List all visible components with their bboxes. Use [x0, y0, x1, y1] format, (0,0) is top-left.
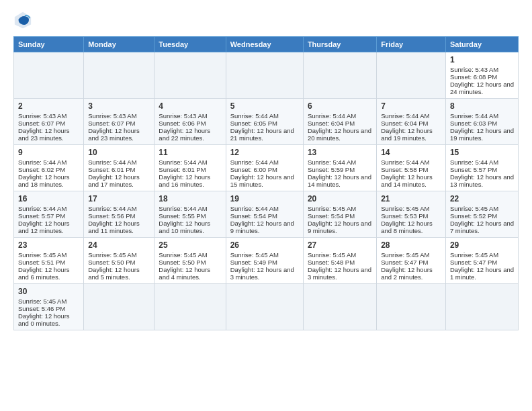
sunrise: Sunrise: 5:45 AM — [88, 251, 136, 259]
calendar-cell: 23 Sunrise: 5:45 AM Sunset: 5:51 PM Dayl… — [14, 238, 84, 284]
daylight: Daylight: 12 hours and 6 minutes. — [18, 266, 70, 281]
sunrise: Sunrise: 5:44 AM — [308, 112, 356, 120]
sunrise: Sunrise: 5:44 AM — [159, 158, 207, 166]
calendar-cell: 17 Sunrise: 5:44 AM Sunset: 5:56 PM Dayl… — [84, 191, 154, 238]
day-number: 27 — [308, 240, 372, 250]
calendar-cell: 8 Sunrise: 5:44 AM Sunset: 6:03 PM Dayli… — [445, 99, 518, 145]
sunrise: Sunrise: 5:44 AM — [18, 158, 66, 166]
sunrise: Sunrise: 5:44 AM — [381, 112, 429, 120]
calendar-cell: 18 Sunrise: 5:44 AM Sunset: 5:55 PM Dayl… — [154, 191, 226, 238]
sunset: Sunset: 5:56 PM — [88, 212, 135, 220]
sunrise: Sunrise: 5:44 AM — [159, 205, 207, 212]
sunrise: Sunrise: 5:43 AM — [18, 112, 66, 120]
calendar-cell: 24 Sunrise: 5:45 AM Sunset: 5:50 PM Dayl… — [84, 238, 154, 284]
day-number: 5 — [230, 101, 299, 111]
daylight: Daylight: 12 hours and 9 minutes. — [308, 220, 371, 234]
day-number: 12 — [230, 148, 299, 157]
daylight: Daylight: 12 hours and 18 minutes. — [18, 173, 70, 188]
sunset: Sunset: 5:47 PM — [450, 259, 497, 266]
calendar-cell: 22 Sunrise: 5:45 AM Sunset: 5:52 PM Dayl… — [445, 191, 518, 238]
day-number: 26 — [230, 240, 299, 250]
calendar-cell: 21 Sunrise: 5:45 AM Sunset: 5:53 PM Dayl… — [377, 191, 446, 238]
sunset: Sunset: 5:50 PM — [159, 259, 206, 266]
calendar-cell: 16 Sunrise: 5:44 AM Sunset: 5:57 PM Dayl… — [14, 191, 84, 238]
daylight: Daylight: 12 hours and 7 minutes. — [450, 220, 514, 234]
calendar-cell: 6 Sunrise: 5:44 AM Sunset: 6:04 PM Dayli… — [303, 99, 376, 145]
sunset: Sunset: 5:52 PM — [450, 212, 497, 220]
daylight: Daylight: 12 hours and 23 minutes. — [18, 127, 70, 142]
daylight: Daylight: 12 hours and 11 minutes. — [88, 220, 140, 234]
sunset: Sunset: 5:57 PM — [450, 166, 497, 173]
day-number: 15 — [450, 148, 514, 157]
sunset: Sunset: 6:01 PM — [88, 166, 135, 173]
calendar-page: SundayMondayTuesdayWednesdayThursdayFrid… — [0, 0, 532, 411]
day-number: 25 — [159, 240, 221, 250]
calendar-cell: 11 Sunrise: 5:44 AM Sunset: 6:01 PM Dayl… — [154, 145, 226, 191]
sunset: Sunset: 5:48 PM — [308, 259, 355, 266]
calendar-cell — [84, 52, 154, 99]
day-number: 18 — [159, 194, 221, 203]
calendar-cell: 5 Sunrise: 5:44 AM Sunset: 6:05 PM Dayli… — [226, 99, 303, 145]
sunrise: Sunrise: 5:43 AM — [159, 112, 207, 120]
sunset: Sunset: 5:54 PM — [308, 212, 355, 220]
sunset: Sunset: 5:47 PM — [381, 259, 428, 266]
week-row-3: 16 Sunrise: 5:44 AM Sunset: 5:57 PM Dayl… — [14, 191, 519, 238]
calendar-cell: 30 Sunrise: 5:45 AM Sunset: 5:46 PM Dayl… — [14, 284, 84, 330]
calendar-cell: 27 Sunrise: 5:45 AM Sunset: 5:48 PM Dayl… — [303, 238, 376, 284]
col-header-thursday: Thursday — [303, 37, 376, 52]
sunset: Sunset: 5:54 PM — [230, 212, 277, 220]
sunset: Sunset: 6:04 PM — [308, 120, 355, 127]
day-number: 9 — [18, 148, 79, 157]
col-header-wednesday: Wednesday — [226, 37, 303, 52]
calendar-cell: 2 Sunrise: 5:43 AM Sunset: 6:07 PM Dayli… — [14, 99, 84, 145]
day-number: 29 — [450, 240, 514, 250]
daylight: Daylight: 12 hours and 9 minutes. — [230, 220, 294, 234]
daylight: Daylight: 12 hours and 14 minutes. — [381, 173, 433, 188]
sunset: Sunset: 6:06 PM — [159, 120, 206, 127]
day-number: 23 — [18, 240, 79, 250]
week-row-4: 23 Sunrise: 5:45 AM Sunset: 5:51 PM Dayl… — [14, 238, 519, 284]
calendar-cell: 1 Sunrise: 5:43 AM Sunset: 6:08 PM Dayli… — [445, 52, 518, 99]
page-header — [13, 11, 519, 30]
calendar-cell — [226, 284, 303, 330]
daylight: Daylight: 12 hours and 13 minutes. — [450, 173, 514, 188]
sunset: Sunset: 5:46 PM — [18, 305, 65, 312]
day-number: 21 — [381, 194, 441, 203]
week-row-1: 2 Sunrise: 5:43 AM Sunset: 6:07 PM Dayli… — [14, 99, 519, 145]
daylight: Daylight: 12 hours and 3 minutes. — [230, 266, 294, 281]
calendar-cell: 14 Sunrise: 5:44 AM Sunset: 5:58 PM Dayl… — [377, 145, 446, 191]
day-number: 24 — [88, 240, 150, 250]
sunset: Sunset: 5:58 PM — [381, 166, 428, 173]
sunset: Sunset: 6:00 PM — [230, 166, 277, 173]
day-number: 20 — [308, 194, 372, 203]
daylight: Daylight: 12 hours and 24 minutes. — [450, 81, 514, 95]
calendar-cell — [445, 284, 518, 330]
daylight: Daylight: 12 hours and 3 minutes. — [308, 266, 371, 281]
calendar-cell: 15 Sunrise: 5:44 AM Sunset: 5:57 PM Dayl… — [445, 145, 518, 191]
sunrise: Sunrise: 5:44 AM — [18, 205, 66, 212]
sunrise: Sunrise: 5:44 AM — [230, 112, 279, 120]
logo-icon — [13, 11, 32, 30]
col-header-monday: Monday — [84, 37, 154, 52]
sunrise: Sunrise: 5:44 AM — [450, 112, 498, 120]
sunrise: Sunrise: 5:45 AM — [308, 205, 356, 212]
sunset: Sunset: 6:08 PM — [450, 73, 497, 81]
sunset: Sunset: 6:04 PM — [381, 120, 428, 127]
calendar-cell: 26 Sunrise: 5:45 AM Sunset: 5:49 PM Dayl… — [226, 238, 303, 284]
calendar-cell: 4 Sunrise: 5:43 AM Sunset: 6:06 PM Dayli… — [154, 99, 226, 145]
sunset: Sunset: 5:57 PM — [18, 212, 65, 220]
daylight: Daylight: 12 hours and 1 minute. — [450, 266, 514, 281]
sunrise: Sunrise: 5:45 AM — [18, 298, 66, 305]
daylight: Daylight: 12 hours and 10 minutes. — [159, 220, 210, 234]
daylight: Daylight: 12 hours and 21 minutes. — [230, 127, 294, 142]
sunset: Sunset: 6:01 PM — [159, 166, 206, 173]
sunrise: Sunrise: 5:44 AM — [230, 158, 279, 166]
calendar-cell — [303, 52, 376, 99]
daylight: Daylight: 12 hours and 0 minutes. — [18, 312, 70, 327]
sunset: Sunset: 5:51 PM — [18, 259, 65, 266]
day-number: 16 — [18, 194, 79, 203]
calendar-cell: 20 Sunrise: 5:45 AM Sunset: 5:54 PM Dayl… — [303, 191, 376, 238]
week-row-2: 9 Sunrise: 5:44 AM Sunset: 6:02 PM Dayli… — [14, 145, 519, 191]
day-number: 30 — [18, 287, 79, 296]
week-row-5: 30 Sunrise: 5:45 AM Sunset: 5:46 PM Dayl… — [14, 284, 519, 330]
